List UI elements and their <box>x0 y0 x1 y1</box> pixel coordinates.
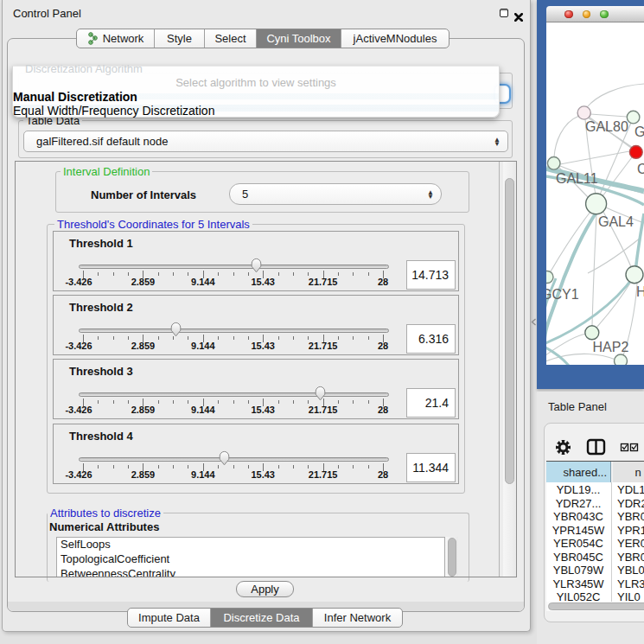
svg-text:HAP2: HAP2 <box>593 340 629 354</box>
svg-text:GAL80: GAL80 <box>585 119 628 134</box>
svg-text:GAL4: GAL4 <box>598 214 634 229</box>
svg-text:GAL11: GAL11 <box>556 171 598 186</box>
svg-text:H: H <box>636 284 644 299</box>
svg-text:GA: GA <box>634 124 644 139</box>
svg-text:C: C <box>637 162 644 176</box>
svg-text:GCY1: GCY1 <box>546 287 579 302</box>
